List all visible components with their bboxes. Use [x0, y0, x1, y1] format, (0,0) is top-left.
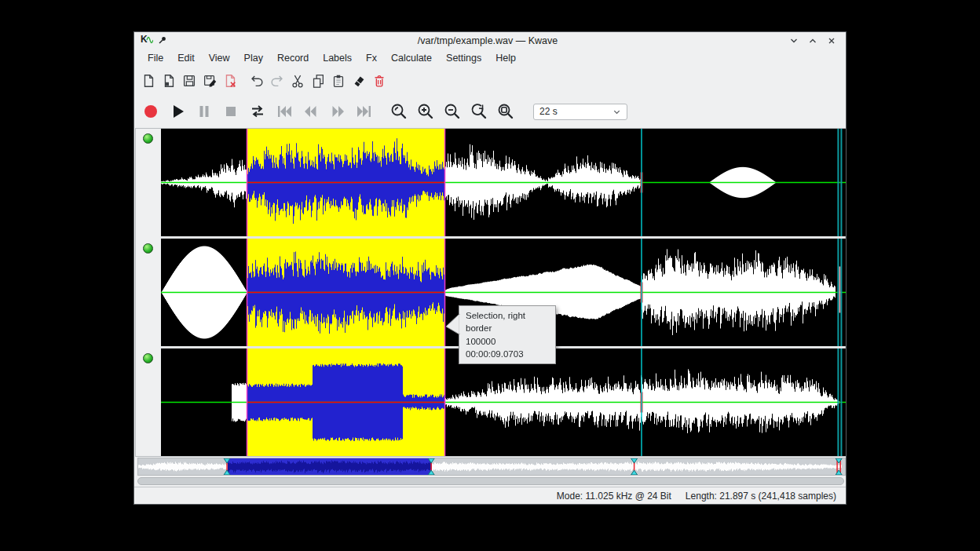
menu-file[interactable]: File — [141, 51, 170, 65]
zoom-selection-button[interactable] — [389, 101, 409, 122]
save-as-button[interactable] — [200, 71, 219, 90]
close-file-button[interactable] — [221, 71, 240, 90]
playback-toolbar: 22 s — [134, 95, 846, 128]
statusbar: Mode: 11.025 kHz @ 24 Bit Length: 21.897… — [134, 487, 846, 504]
status-length: Length: 21.897 s (241,418 samples) — [686, 491, 836, 502]
menu-record[interactable]: Record — [270, 51, 316, 65]
window-title: /var/tmp/example.wav — Kwave — [188, 35, 788, 46]
menu-help[interactable]: Help — [488, 51, 523, 65]
kwave-app-icon: K — [141, 34, 153, 48]
pause-button[interactable] — [194, 101, 214, 122]
track-2-led-button[interactable] — [143, 243, 153, 254]
zoom-window-button[interactable] — [495, 101, 516, 122]
undo-button[interactable] — [247, 71, 266, 90]
track-1-led-button[interactable] — [143, 133, 153, 144]
paste-button[interactable] — [329, 71, 348, 90]
kwave-window: K /var/tmp/example.wav — Kwave — [133, 31, 847, 505]
overview-waveform[interactable] — [138, 458, 845, 475]
menu-play[interactable]: Play — [237, 51, 270, 65]
forward-button[interactable] — [327, 101, 348, 122]
pin-icon[interactable] — [158, 34, 167, 48]
menu-settings[interactable]: Settings — [439, 51, 488, 65]
track-3-led-button[interactable] — [143, 353, 153, 363]
copy-button[interactable] — [309, 71, 327, 90]
maximize-button[interactable] — [806, 35, 819, 47]
overview-strip[interactable] — [137, 458, 846, 476]
signal-view — [135, 128, 846, 457]
minimize-button[interactable] — [788, 35, 800, 47]
eraser-button[interactable] — [349, 71, 368, 90]
menu-calculate[interactable]: Calculate — [384, 51, 439, 65]
skip-end-button[interactable] — [354, 101, 375, 122]
close-button[interactable] — [825, 35, 838, 47]
status-mode: Mode: 11.025 kHz @ 24 Bit — [557, 491, 671, 502]
menu-view[interactable]: View — [202, 51, 237, 65]
track-3-waveform[interactable] — [161, 348, 846, 456]
cut-button[interactable] — [288, 71, 307, 90]
menu-edit[interactable]: Edit — [170, 51, 202, 65]
skip-start-button[interactable] — [274, 101, 294, 122]
save-button[interactable] — [180, 71, 199, 90]
file-toolbar — [134, 67, 846, 95]
new-file-button[interactable] — [139, 71, 158, 90]
zoom-out-button[interactable] — [442, 101, 463, 122]
tooltip-arrow — [444, 310, 460, 338]
redo-button[interactable] — [268, 71, 287, 90]
zoom-duration-value: 22 s — [539, 106, 558, 117]
tooltip-time: 00:00:09.0703 — [466, 348, 549, 360]
chevron-down-icon — [612, 108, 621, 116]
record-button[interactable] — [141, 101, 161, 122]
open-file-button[interactable] — [159, 71, 178, 90]
stop-button[interactable] — [221, 101, 241, 122]
loop-button[interactable] — [247, 101, 268, 122]
menu-fx[interactable]: Fx — [359, 51, 384, 65]
track-1-waveform[interactable] — [161, 129, 846, 236]
zoom-all-button[interactable] — [469, 101, 489, 122]
rewind-button[interactable] — [301, 101, 321, 122]
tooltip-samples: 100000 — [466, 335, 549, 348]
zoom-duration-select[interactable]: 22 s — [533, 104, 627, 120]
delete-button[interactable] — [370, 71, 389, 90]
menubar: File Edit View Play Record Labels Fx Cal… — [134, 49, 846, 67]
horizontal-scrollbar[interactable] — [137, 477, 844, 485]
play-button[interactable] — [167, 101, 188, 122]
menu-labels[interactable]: Labels — [316, 51, 359, 65]
desktop-background: K /var/tmp/example.wav — Kwave — [0, 0, 980, 551]
selection-tooltip: Selection, right border 100000 00:00:09.… — [459, 305, 556, 364]
zoom-in-button[interactable] — [415, 101, 436, 122]
tooltip-title: Selection, right border — [466, 309, 549, 335]
track-controls-column — [136, 129, 161, 456]
titlebar[interactable]: K /var/tmp/example.wav — Kwave — [134, 32, 846, 49]
